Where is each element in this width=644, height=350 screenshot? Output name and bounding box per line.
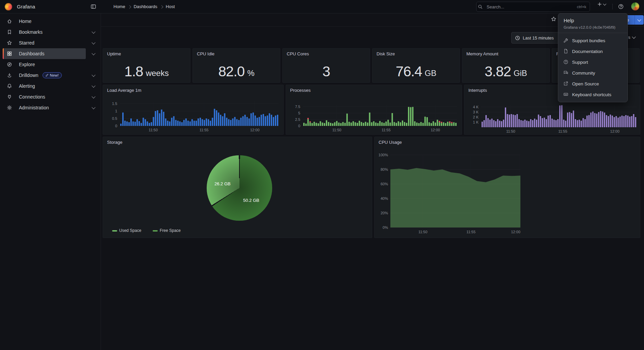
svg-text:0%: 0% — [383, 225, 388, 230]
grafana-logo-icon[interactable] — [5, 3, 12, 10]
svg-text:1: 1 — [115, 109, 117, 113]
stat-number: 3 — [323, 63, 330, 80]
svg-text:12:00: 12:00 — [610, 129, 620, 133]
sidebar-item-starred[interactable]: Starred — [3, 37, 98, 48]
sidebar-item-label: Connections — [19, 94, 45, 100]
chevron-down-icon — [92, 41, 95, 44]
menu-item-label: Open Source — [572, 81, 599, 86]
menu-item-community[interactable]: Community — [558, 68, 627, 78]
menu-item-open-source[interactable]: Open Source — [558, 78, 627, 89]
sidebar-item-dashboards[interactable]: Dashboards — [3, 48, 86, 59]
sidebar-item-administration[interactable]: Administration — [3, 102, 98, 113]
search-placeholder: Search... — [487, 4, 577, 9]
gear-icon — [7, 105, 12, 110]
processes-chart: 7.552.5011:5011:5512:00 — [286, 85, 462, 134]
grafana-app: Grafana HomeDashboardsHost Search... ctr… — [0, 0, 644, 350]
menu-item-support-bundles[interactable]: Support bundles — [558, 35, 627, 46]
chevron-down-icon — [92, 105, 95, 109]
panel-title: CPU Usage — [379, 140, 402, 145]
sidebar-item-home[interactable]: Home — [3, 16, 98, 27]
panel-processes: Processes7.552.5011:5011:5512:00 — [286, 85, 462, 135]
sidebar-item-label: Home — [19, 19, 31, 24]
svg-text:12:00: 12:00 — [511, 230, 520, 234]
menu-item-label: Keyboard shortcuts — [572, 92, 611, 97]
top-nav: Grafana HomeDashboardsHost Search... ctr… — [0, 0, 644, 14]
compass-icon — [7, 62, 12, 67]
stat-unit: weeks — [146, 69, 169, 78]
sidebar-item-bookmarks[interactable]: Bookmarks — [3, 27, 98, 37]
svg-text:0: 0 — [115, 124, 117, 128]
menu-item-label: Support bundles — [572, 38, 605, 43]
new-badge: New! — [43, 72, 62, 78]
wrench-icon — [563, 38, 569, 43]
panel-title: CPU Cores — [287, 51, 309, 56]
panel-storage: Storage26.2 GB50.2 GBUsed SpaceFree Spac… — [103, 137, 372, 238]
legend-item-free-space[interactable]: Free Space — [160, 228, 181, 233]
sidebar-item-connections[interactable]: Connections — [3, 91, 98, 102]
search-input[interactable]: Search... ctrl+k — [476, 2, 590, 12]
svg-text:40%: 40% — [381, 196, 388, 200]
sidebar-item-alerting[interactable]: Alerting — [3, 81, 98, 91]
svg-text:12:00: 12:00 — [250, 128, 260, 132]
menu-item-label: Community — [572, 71, 595, 76]
svg-text:80%: 80% — [381, 167, 388, 171]
legend-marker[interactable] — [112, 230, 117, 232]
panel-cpu: CPU Usage100%80%60%40%20%0%11:5011:5512:… — [374, 137, 640, 238]
panel-title: Storage — [107, 140, 123, 145]
svg-text:11:55: 11:55 — [382, 128, 391, 132]
stat-value: 3 — [283, 61, 370, 82]
sidebar: HomeBookmarksStarredDashboardsExploreDri… — [0, 13, 101, 350]
new-button[interactable] — [597, 2, 606, 7]
svg-text:0.5: 0.5 — [112, 116, 117, 120]
share-chevron-icon[interactable] — [635, 15, 644, 25]
panel-load: Load Average 1m1.510.5011:5011:5512:00 — [103, 85, 284, 135]
chevron-down-icon — [603, 2, 607, 6]
svg-text:11:55: 11:55 — [466, 230, 475, 234]
svg-text:11:50: 11:50 — [418, 230, 428, 234]
bell-icon — [7, 83, 12, 89]
menu-item-keyboard-shortcuts[interactable]: Keyboard shortcuts — [558, 89, 627, 100]
stat-value: 1.8weeks — [103, 61, 190, 82]
stat-number: 3.82 — [485, 63, 511, 80]
chevron-down-icon — [92, 73, 95, 77]
search-icon — [476, 2, 484, 11]
panel-title: Uptime — [107, 51, 121, 56]
help-icon[interactable] — [616, 2, 625, 11]
sidebar-item-label: Alerting — [19, 83, 35, 89]
svg-text:20%: 20% — [381, 211, 388, 215]
sidebar-item-label: Bookmarks — [19, 29, 43, 35]
breadcrumb-item-host[interactable]: Host — [166, 4, 175, 9]
stat-unit: GiB — [514, 69, 527, 78]
sidebar-toggle-icon[interactable] — [88, 2, 98, 11]
breadcrumb-item-home[interactable]: Home — [113, 4, 125, 9]
svg-text:11:50: 11:50 — [149, 128, 158, 132]
stat-number: 1.8 — [124, 63, 143, 80]
menu-item-documentation[interactable]: Documentation — [558, 46, 627, 57]
search-shortcut: ctrl+k — [577, 5, 586, 9]
sidebar-item-label: Drilldown — [19, 73, 38, 78]
svg-text:7.5: 7.5 — [295, 105, 300, 109]
stat-unit: GB — [425, 69, 437, 78]
refresh-interval-dropdown[interactable]: s — [628, 35, 635, 40]
avatar[interactable] — [631, 2, 639, 10]
sidebar-item-label: Dashboards — [19, 51, 45, 56]
plus-icon — [597, 2, 602, 7]
cpu-usage-chart: 100%80%60%40%20%0%11:5011:5512:00 — [375, 137, 640, 238]
legend-marker[interactable] — [153, 230, 158, 232]
question-circle-icon — [563, 59, 569, 65]
panel-title: Interrupts — [468, 88, 487, 93]
menu-item-support[interactable]: Support — [558, 57, 627, 68]
sidebar-item-explore[interactable]: Explore — [3, 59, 98, 70]
favorite-star-icon[interactable] — [551, 16, 557, 23]
sidebar-item-drilldown[interactable]: DrilldownNew! — [3, 70, 98, 81]
svg-text:0: 0 — [298, 124, 300, 128]
chevron-down-icon — [92, 51, 95, 55]
pie-label-free: 50.2 GB — [243, 198, 259, 203]
stat-number: 76.4 — [396, 63, 422, 80]
legend-item-used-space[interactable]: Used Space — [119, 228, 141, 233]
keyboard-icon — [563, 92, 569, 97]
panel-title: Processes — [290, 88, 311, 93]
stat-value: 76.4GB — [372, 61, 460, 82]
breadcrumb-item-dashboards[interactable]: Dashboards — [134, 4, 157, 9]
pie-shading — [207, 155, 272, 221]
